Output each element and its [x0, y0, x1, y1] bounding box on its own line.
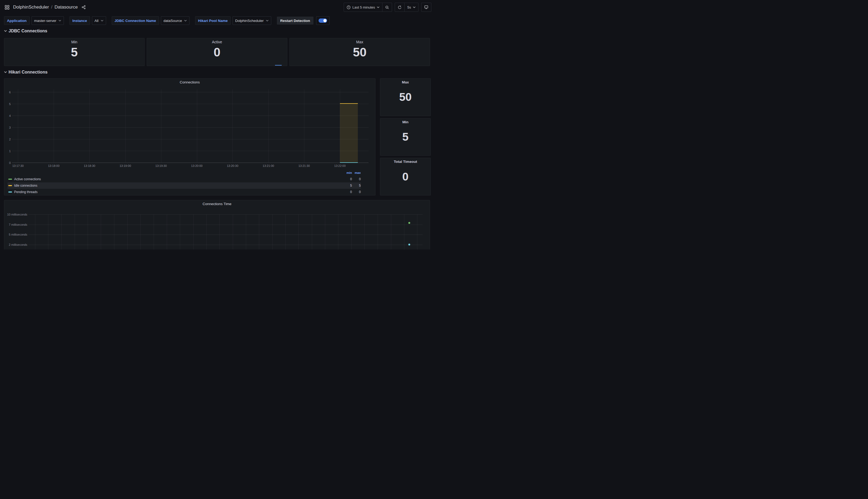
toggle-switch-on	[318, 19, 327, 23]
section-jdbc-connections[interactable]: JDBC Connections	[4, 28, 430, 34]
monitor-icon	[424, 5, 428, 9]
share-icon[interactable]	[80, 4, 87, 10]
x-tick-label: 13:21:00	[263, 164, 274, 167]
x-tick-label: 13:19:30	[155, 164, 167, 167]
gridline	[12, 115, 368, 116]
stat-panel-jdbc-min: Min 5	[4, 38, 144, 66]
gridline	[219, 215, 220, 250]
x-tick-label: 13:21:30	[299, 164, 310, 167]
chevron-down-icon	[413, 7, 416, 8]
legend-max-value: 5	[352, 184, 361, 187]
variable-select-application[interactable]: master-server	[32, 16, 64, 25]
gridline	[125, 89, 126, 162]
gridline	[114, 215, 114, 250]
breadcrumb-page[interactable]: Datasource	[54, 4, 78, 10]
y-tick-label: 4	[9, 114, 11, 117]
gridline	[338, 215, 338, 250]
legend-header: min max	[8, 171, 361, 175]
panel-title-connections-time[interactable]: Connections Time	[4, 202, 430, 206]
stat-panel-jdbc-active: Active 0	[147, 38, 287, 66]
gridline	[193, 215, 193, 250]
legend-series-pending-threads[interactable]: Pending threads	[14, 190, 343, 194]
gridline	[233, 215, 233, 250]
variable-select-hikari-pool-name[interactable]: DolphinScheduler	[232, 16, 271, 25]
legend-series-idle-connections[interactable]: Idle connections	[14, 184, 343, 187]
stat-panel-hikari-max: Max 50	[380, 78, 431, 116]
stat-value: 0	[380, 158, 430, 195]
breadcrumb-separator: /	[51, 4, 52, 10]
stat-sparkline	[275, 65, 282, 65]
variable-value: DolphinScheduler	[235, 19, 264, 23]
gridline	[246, 215, 246, 250]
legend-row: Idle connections55	[8, 182, 361, 189]
legend-column-max[interactable]: max	[352, 171, 361, 175]
clock-icon	[347, 5, 351, 9]
zoom-out-icon	[385, 5, 389, 9]
section-title: JDBC Connections	[9, 28, 47, 34]
x-axis-labels: 13:17:3013:18:0013:18:3013:19:0013:19:30…	[12, 164, 368, 169]
chart-legend: min max Active connections00Idle connect…	[8, 171, 361, 195]
gridline	[325, 215, 325, 250]
gridline	[88, 215, 88, 250]
connections-chart-panel: Connections 0123456 13:17:3013:18:0013:1…	[4, 78, 376, 195]
legend-min-value: 0	[343, 177, 352, 181]
restart-detection-label: Restart Detection	[277, 16, 314, 25]
refresh-interval-picker[interactable]: 5s	[404, 3, 418, 12]
gridline	[75, 215, 75, 250]
grafana-dashboard: DolphinScheduler / Datasource Last 5 min…	[0, 0, 434, 250]
gridline	[299, 215, 299, 250]
zoom-out-button[interactable]	[382, 3, 392, 12]
connections-time-plot-area	[28, 215, 423, 250]
variable-value: master-server	[34, 19, 56, 23]
y-tick-label: 2 milliseconds	[9, 243, 27, 246]
gridline	[61, 215, 62, 250]
dashboard-variables-row: Application master-server Instance All J…	[4, 16, 430, 25]
gridline	[48, 215, 48, 250]
stat-value: 50	[290, 38, 430, 66]
stat-panel-hikari-min: Min 5	[380, 118, 431, 156]
section-hikari-connections[interactable]: Hikari Connections	[4, 69, 430, 75]
gridline	[404, 215, 404, 250]
x-tick-label: 13:18:00	[48, 164, 60, 167]
chevron-down-icon	[101, 20, 103, 22]
gridline	[378, 215, 378, 250]
x-tick-label: 13:19:00	[119, 164, 131, 167]
refresh-button[interactable]	[395, 3, 404, 12]
gridline	[35, 215, 35, 250]
y-axis-labels: 10 milliseconds7 milliseconds5 milliseco…	[4, 200, 27, 250]
legend-swatch	[8, 185, 12, 186]
gridline	[12, 127, 368, 127]
legend-column-min[interactable]: min	[343, 171, 352, 175]
gridline	[304, 89, 304, 162]
y-tick-label: 5	[9, 102, 11, 105]
legend-row: Active connections00	[8, 176, 361, 182]
gridline	[154, 215, 154, 250]
breadcrumb-folder[interactable]: DolphinScheduler	[13, 4, 49, 10]
restart-detection-toggle[interactable]	[316, 16, 329, 25]
variable-label-instance: Instance	[70, 16, 90, 25]
series-fill-idle-connections	[340, 104, 358, 162]
dashboards-grid-icon[interactable]	[4, 4, 10, 11]
y-tick-label: 2	[9, 137, 11, 141]
gridline	[12, 162, 368, 163]
panel-title-connections[interactable]: Connections	[4, 80, 375, 84]
gridline	[12, 151, 368, 151]
time-range-picker[interactable]: Last 5 minutes	[344, 3, 382, 12]
chevron-down-icon	[184, 20, 187, 22]
breadcrumb: DolphinScheduler / Datasource	[13, 4, 78, 10]
series-line-idle-connections	[340, 103, 358, 104]
y-tick-label: 0	[9, 161, 11, 165]
legend-series-active-connections[interactable]: Active connections	[14, 177, 343, 181]
y-tick-label: 7 milliseconds	[9, 223, 27, 226]
legend-min-value: 5	[343, 184, 352, 187]
data-point	[408, 222, 410, 224]
data-point	[408, 244, 410, 245]
gridline	[259, 215, 259, 250]
variable-label-hikari-pool-name: Hikari Pool Name	[195, 16, 231, 25]
kiosk-mode-button[interactable]	[422, 3, 431, 12]
stat-value: 5	[4, 38, 144, 66]
variable-select-jdbc-connection-name[interactable]: dataSource	[161, 16, 189, 25]
variable-select-instance[interactable]: All	[92, 16, 106, 25]
connections-time-chart-panel: Connections Time 10 milliseconds7 millis…	[4, 200, 430, 250]
refresh-interval-label: 5s	[407, 5, 411, 9]
